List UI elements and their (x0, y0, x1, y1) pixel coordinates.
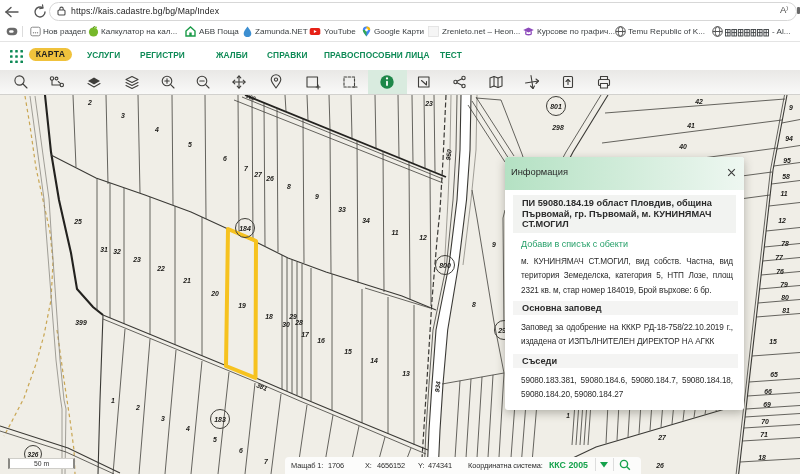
svg-text:17: 17 (301, 331, 310, 338)
svg-text:26: 26 (655, 462, 664, 469)
svg-text:298: 298 (551, 124, 564, 131)
svg-text:800: 800 (439, 262, 451, 269)
svg-text:801: 801 (550, 103, 562, 110)
svg-text:5: 5 (213, 436, 217, 443)
svg-text:22: 22 (156, 265, 165, 272)
svg-text:31: 31 (100, 246, 108, 253)
svg-text:21: 21 (182, 277, 191, 284)
svg-text:15: 15 (769, 338, 777, 345)
svg-text:25: 25 (73, 218, 82, 225)
svg-text:1: 1 (566, 412, 570, 419)
svg-text:9: 9 (492, 241, 496, 248)
svg-text:1: 1 (111, 397, 115, 404)
svg-text:66: 66 (764, 388, 772, 395)
svg-text:934: 934 (433, 381, 441, 393)
svg-text:6: 6 (223, 155, 227, 162)
svg-text:95: 95 (783, 157, 791, 164)
svg-text:58: 58 (782, 173, 790, 180)
svg-text:4: 4 (154, 126, 159, 133)
svg-text:70: 70 (761, 418, 769, 425)
svg-text:6: 6 (239, 447, 243, 454)
svg-text:27: 27 (657, 434, 667, 441)
svg-text:2: 2 (87, 99, 92, 106)
svg-text:27: 27 (253, 171, 263, 178)
svg-text:399: 399 (75, 319, 87, 326)
svg-text:33: 33 (338, 206, 346, 213)
svg-text:326: 326 (28, 451, 39, 458)
svg-text:94: 94 (785, 135, 793, 142)
svg-text:77: 77 (775, 254, 784, 261)
svg-text:950: 950 (444, 149, 452, 161)
svg-text:18: 18 (758, 454, 766, 461)
svg-text:16: 16 (317, 337, 325, 344)
svg-text:8: 8 (472, 301, 476, 308)
svg-text:12: 12 (419, 234, 427, 241)
svg-text:11: 11 (391, 229, 398, 236)
svg-text:71: 71 (760, 431, 768, 438)
svg-text:13: 13 (402, 370, 410, 377)
svg-text:9: 9 (315, 193, 319, 200)
svg-text:23: 23 (132, 256, 141, 263)
svg-text:183: 183 (214, 416, 226, 423)
svg-text:14: 14 (370, 357, 378, 364)
svg-text:9: 9 (789, 104, 793, 111)
svg-text:8: 8 (287, 183, 291, 190)
svg-text:42: 42 (694, 98, 703, 105)
svg-text:65: 65 (770, 371, 778, 378)
svg-text:23: 23 (424, 100, 433, 107)
svg-text:3: 3 (161, 415, 165, 422)
svg-text:184: 184 (239, 225, 251, 232)
svg-text:76: 76 (776, 268, 784, 275)
svg-text:19: 19 (238, 302, 246, 309)
svg-text:3: 3 (121, 112, 125, 119)
svg-text:80: 80 (781, 294, 789, 301)
svg-text:69: 69 (763, 401, 771, 408)
svg-text:41: 41 (686, 122, 695, 129)
svg-text:11: 11 (780, 190, 787, 197)
svg-text:40: 40 (678, 143, 687, 150)
svg-text:28: 28 (294, 319, 303, 326)
svg-text:5: 5 (188, 141, 192, 148)
svg-text:15: 15 (344, 348, 352, 355)
svg-text:4: 4 (185, 425, 190, 432)
svg-text:20: 20 (210, 290, 219, 297)
svg-text:2: 2 (135, 404, 140, 411)
svg-text:12: 12 (778, 217, 786, 224)
svg-text:26: 26 (265, 175, 274, 182)
svg-text:78: 78 (781, 240, 789, 247)
svg-text:34: 34 (362, 217, 370, 224)
svg-text:32: 32 (113, 248, 121, 255)
svg-text:30: 30 (282, 321, 290, 328)
svg-text:18: 18 (265, 313, 273, 320)
svg-text:81: 81 (782, 307, 790, 314)
svg-text:79: 79 (780, 281, 788, 288)
